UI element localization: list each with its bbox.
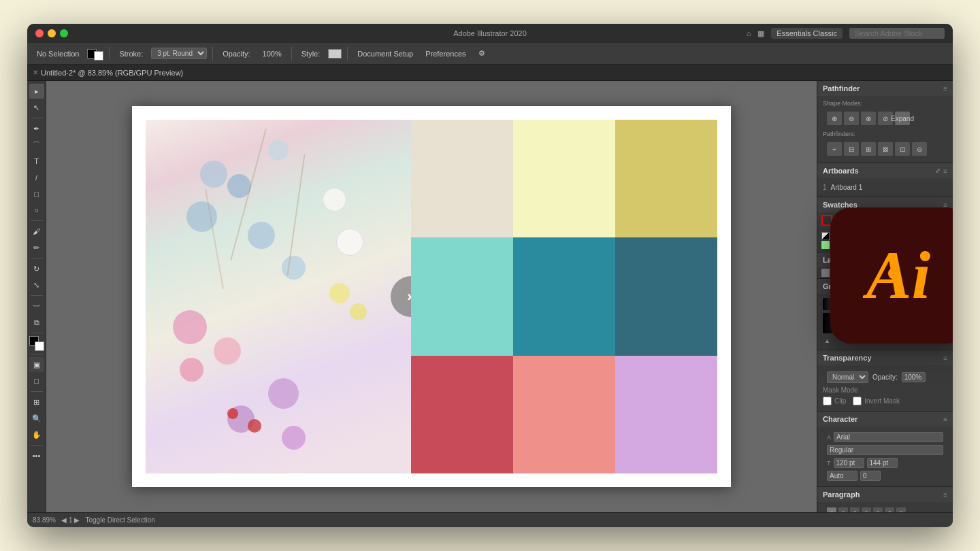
character-header[interactable]: Character ≡ — [817, 412, 953, 427]
color-grid — [411, 120, 717, 473]
light-green-swatch[interactable] — [821, 241, 830, 249]
font-style-input[interactable] — [827, 445, 943, 455]
artboard-tool[interactable]: ⊞ — [29, 395, 44, 410]
status-text: Toggle Direct Selection — [85, 516, 154, 524]
artboards-expand-icon[interactable]: ⤢ — [935, 167, 941, 175]
alignment-row: ≡ ≡ ≡ ≡ ≡ ≡ ≡ — [823, 506, 947, 512]
document-setup-button[interactable]: Document Setup — [353, 48, 417, 59]
no-selection-label: No Selection — [33, 48, 83, 59]
unite-btn[interactable]: ⊕ — [827, 112, 842, 125]
curvature-tool[interactable]: ⌒ — [29, 137, 44, 152]
font-family-input[interactable] — [834, 432, 943, 442]
pathfinder-panel: Pathfinder ≡ Shape Modes: ⊕ ⊖ ⊗ ⊘ Expand… — [817, 81, 953, 163]
align-left-btn[interactable]: ≡ — [827, 507, 836, 512]
shape-builder-tool[interactable]: ⧉ — [29, 315, 44, 330]
zoom-tool[interactable]: 🔍 — [29, 411, 44, 426]
transparency-menu-icon[interactable]: ≡ — [943, 354, 947, 362]
intersect-btn[interactable]: ⊗ — [861, 112, 876, 125]
invert-mask-checkbox[interactable] — [853, 397, 862, 405]
adobe-stock-search[interactable] — [849, 28, 945, 39]
separator-2 — [212, 47, 213, 61]
close-button[interactable] — [35, 29, 44, 37]
type-tool[interactable]: T — [29, 154, 44, 169]
stroke-fill-icon[interactable]: □ — [29, 373, 44, 388]
transparency-header[interactable]: Transparency ≡ — [817, 350, 953, 365]
justify-last-left-btn[interactable]: ≡ — [873, 507, 883, 512]
crop-btn[interactable]: ⊠ — [878, 142, 893, 156]
leading-input[interactable] — [867, 458, 898, 468]
justify-last-center-btn[interactable]: ≡ — [885, 507, 894, 512]
align-right-btn[interactable]: ≡ — [850, 507, 860, 512]
left-toolbar: ▸ ↖ ✒ ⌒ T / □ ○ 🖌 ✏ ↻ ⤡ 〰 ⧉ ▣ □ — [27, 81, 46, 512]
artboards-header[interactable]: Artboards ⤢ ≡ — [817, 163, 953, 178]
expand-btn[interactable]: Expand — [895, 112, 910, 125]
minus-front-btn[interactable]: ⊖ — [844, 112, 859, 125]
stroke-dropdown[interactable]: 3 pt. Round — [151, 48, 207, 59]
pathfinders-label: Pathfinders: — [823, 131, 947, 137]
trim-btn[interactable]: ⊟ — [844, 142, 859, 156]
kerning-row — [823, 469, 947, 482]
blend-mode-select[interactable]: Normal — [827, 371, 868, 383]
canvas-area[interactable]: » — [46, 81, 817, 512]
align-center-btn[interactable]: ≡ — [838, 507, 848, 512]
tab-close-button[interactable]: ✕ — [33, 69, 38, 76]
line-tool[interactable]: / — [29, 170, 44, 185]
pathfinder-header[interactable]: Pathfinder ≡ — [817, 81, 953, 96]
color-cell-2 — [615, 120, 717, 237]
tracking-input[interactable] — [860, 471, 881, 481]
minus-back-btn[interactable]: ⊝ — [912, 142, 927, 156]
toolbar-icon-extra[interactable]: ⚙ — [474, 48, 489, 59]
scale-tool[interactable]: ⤡ — [29, 278, 44, 293]
preferences-button[interactable]: Preferences — [421, 48, 470, 59]
paragraph-menu-icon[interactable]: ≡ — [943, 491, 947, 499]
pen-tool[interactable]: ✒ — [29, 121, 44, 136]
character-panel: Character ≡ A T — [817, 412, 953, 487]
tab-label[interactable]: Untitled-2* @ 83.89% (RGB/GPU Preview) — [41, 69, 183, 77]
stroke-color-swatch[interactable] — [94, 51, 103, 61]
maximize-button[interactable] — [60, 29, 68, 37]
clip-checkbox[interactable] — [823, 397, 832, 405]
gradient-start-stop[interactable]: ▲ — [824, 337, 830, 344]
font-size-input[interactable] — [834, 458, 864, 468]
warp-tool[interactable]: 〰 — [29, 299, 44, 314]
kerning-input[interactable] — [827, 471, 858, 481]
layer-visibility-icon[interactable] — [821, 269, 830, 277]
transparency-opacity-input[interactable] — [902, 372, 926, 382]
character-menu-icon[interactable]: ≡ — [943, 416, 947, 423]
artwork-image: » — [146, 120, 411, 473]
paragraph-header[interactable]: Paragraph ≡ — [817, 487, 953, 502]
minimize-button[interactable] — [48, 29, 56, 37]
paintbrush-tool[interactable]: 🖌 — [29, 224, 44, 239]
layout-icon[interactable]: ▦ — [757, 29, 764, 38]
justify-btn[interactable]: ≡ — [862, 507, 871, 512]
color-cell-1 — [513, 120, 615, 237]
more-tools[interactable]: ••• — [29, 448, 44, 463]
artboards-menu-icon[interactable]: ≡ — [943, 167, 947, 175]
traffic-lights[interactable] — [35, 29, 68, 37]
artboards-panel: Artboards ⤢ ≡ 1 Artboard 1 — [817, 163, 953, 197]
home-icon[interactable]: ⌂ — [747, 29, 751, 37]
justify-all-btn[interactable]: ≡ — [896, 507, 906, 512]
fill-icon[interactable]: ▣ — [29, 357, 44, 372]
font-style-row — [823, 444, 947, 456]
merge-btn[interactable]: ⊞ — [861, 142, 876, 156]
rect-tool[interactable]: □ — [29, 186, 44, 201]
rotate-tool[interactable]: ↻ — [29, 261, 44, 276]
pathfinder-menu-icon[interactable]: ≡ — [943, 85, 947, 93]
color-pair[interactable] — [29, 336, 44, 351]
essentials-dropdown[interactable]: Essentials Classic — [771, 29, 843, 37]
zoom-controls[interactable]: ◀ 1 ▶ — [61, 516, 80, 524]
zoom-next-icon[interactable]: ▶ — [74, 516, 80, 524]
outline-btn[interactable]: ⊡ — [895, 142, 910, 156]
hand-tool[interactable]: ✋ — [29, 427, 44, 442]
zoom-prev-icon[interactable]: ◀ — [61, 516, 67, 524]
pencil-tool[interactable]: ✏ — [29, 240, 44, 255]
none-swatch[interactable] — [821, 232, 830, 240]
direct-selection-tool[interactable]: ↖ — [29, 100, 44, 115]
background-color[interactable] — [35, 341, 44, 351]
main-toolbar: No Selection Stroke: 3 pt. Round Opacity… — [27, 43, 953, 65]
selection-tool[interactable]: ▸ — [29, 84, 44, 99]
style-swatch[interactable] — [328, 49, 342, 59]
ellipse-tool[interactable]: ○ — [29, 203, 44, 218]
divide-btn[interactable]: ÷ — [827, 142, 842, 156]
